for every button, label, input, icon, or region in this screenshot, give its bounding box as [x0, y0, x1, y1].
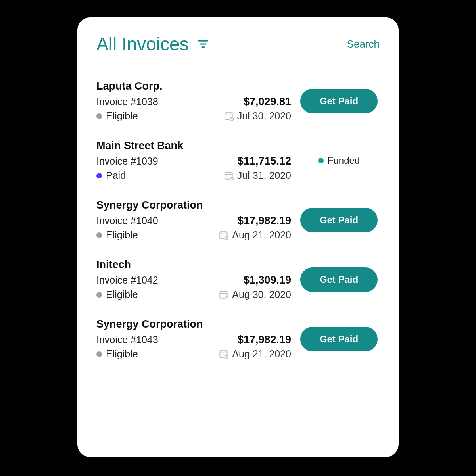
- invoice-amount: $17,982.19: [238, 215, 291, 227]
- invoice-status-date: EligibleAug 21, 2020: [96, 229, 291, 241]
- invoice-status-date: EligibleAug 21, 2020: [96, 348, 291, 360]
- invoice-info: Laputa Corp.Invoice #1038$7,029.81Eligib…: [96, 80, 291, 122]
- invoice-action: Funded: [298, 155, 380, 166]
- calendar-icon: [219, 230, 229, 240]
- status-badge: Eligible: [96, 348, 138, 360]
- date-text: Jul 30, 2020: [237, 110, 291, 122]
- invoice-info: Synergy CorporationInvoice #1040$17,982.…: [96, 199, 291, 241]
- date-text: Jul 31, 2020: [237, 170, 291, 181]
- invoice-row: Synergy CorporationInvoice #1043$17,982.…: [96, 309, 380, 369]
- due-date: Jul 30, 2020: [224, 110, 291, 122]
- calendar-icon: [224, 111, 234, 121]
- invoice-row: Main Street BankInvoice #1039$11,715.12P…: [96, 131, 380, 190]
- company-name: Synergy Corporation: [96, 318, 291, 330]
- status-text: Eligible: [106, 110, 138, 122]
- calendar-icon: [219, 349, 229, 359]
- status-dot-icon: [96, 173, 102, 178]
- company-name: Main Street Bank: [96, 140, 291, 152]
- get-paid-button[interactable]: Get Paid: [300, 89, 378, 113]
- status-dot-icon: [96, 232, 102, 238]
- invoice-info: Main Street BankInvoice #1039$11,715.12P…: [96, 140, 291, 181]
- company-name: Initech: [96, 259, 291, 271]
- header: All Invoices Search: [96, 33, 380, 55]
- invoice-info: InitechInvoice #1042$1,309.19EligibleAug…: [96, 259, 291, 300]
- invoice-number-amount: Invoice #1040$17,982.19: [96, 215, 291, 227]
- invoice-number: Invoice #1040: [96, 215, 158, 226]
- invoice-amount: $7,029.81: [244, 96, 291, 108]
- invoice-action: Get Paid: [298, 267, 380, 292]
- invoice-number: Invoice #1042: [96, 274, 158, 286]
- company-name: Laputa Corp.: [96, 80, 291, 92]
- get-paid-button[interactable]: Get Paid: [300, 327, 378, 351]
- funded-dot-icon: [318, 158, 324, 163]
- invoice-number-amount: Invoice #1039$11,715.12: [96, 155, 291, 167]
- calendar-icon: [224, 171, 234, 181]
- status-badge: Eligible: [96, 289, 138, 300]
- invoice-status-date: EligibleAug 30, 2020: [96, 289, 291, 300]
- status-dot-icon: [96, 351, 102, 357]
- invoices-card: All Invoices Search Laputa Corp.Invoice …: [77, 17, 399, 457]
- status-text: Eligible: [106, 229, 138, 241]
- invoice-number: Invoice #1039: [96, 155, 158, 167]
- invoice-info: Synergy CorporationInvoice #1043$17,982.…: [96, 318, 291, 360]
- invoice-amount: $1,309.19: [244, 274, 291, 286]
- invoice-action: Get Paid: [298, 89, 380, 113]
- due-date: Aug 30, 2020: [219, 289, 291, 300]
- invoice-row: Synergy CorporationInvoice #1040$17,982.…: [96, 190, 380, 250]
- status-badge: Eligible: [96, 229, 138, 241]
- status-badge: Eligible: [96, 110, 138, 122]
- due-date: Aug 21, 2020: [219, 229, 291, 241]
- status-dot-icon: [96, 113, 102, 119]
- due-date: Aug 21, 2020: [219, 348, 291, 360]
- date-text: Aug 21, 2020: [232, 229, 291, 241]
- status-text: Paid: [106, 170, 126, 181]
- get-paid-button[interactable]: Get Paid: [300, 267, 378, 292]
- status-badge: Paid: [96, 170, 126, 181]
- status-text: Eligible: [106, 289, 138, 300]
- status-dot-icon: [96, 292, 102, 298]
- search-link[interactable]: Search: [347, 38, 380, 50]
- status-text: Eligible: [106, 348, 138, 360]
- invoice-number: Invoice #1038: [96, 96, 158, 107]
- invoice-number: Invoice #1043: [96, 334, 158, 345]
- invoice-status-date: PaidJul 31, 2020: [96, 170, 291, 181]
- calendar-icon: [219, 290, 229, 300]
- due-date: Jul 31, 2020: [224, 170, 291, 181]
- page-title: All Invoices: [96, 33, 189, 55]
- date-text: Aug 21, 2020: [232, 348, 291, 360]
- invoice-number-amount: Invoice #1042$1,309.19: [96, 274, 291, 286]
- funded-text: Funded: [328, 155, 360, 166]
- invoice-amount: $11,715.12: [238, 155, 291, 167]
- invoice-action: Get Paid: [298, 208, 380, 232]
- invoice-row: InitechInvoice #1042$1,309.19EligibleAug…: [96, 250, 380, 309]
- filter-icon[interactable]: [198, 39, 209, 49]
- funded-indicator: Funded: [318, 155, 360, 166]
- invoice-amount: $17,982.19: [238, 334, 291, 346]
- date-text: Aug 30, 2020: [232, 289, 291, 300]
- get-paid-button[interactable]: Get Paid: [300, 208, 378, 232]
- invoice-number-amount: Invoice #1043$17,982.19: [96, 334, 291, 346]
- invoice-list: Laputa Corp.Invoice #1038$7,029.81Eligib…: [96, 71, 380, 369]
- invoice-status-date: EligibleJul 30, 2020: [96, 110, 291, 122]
- company-name: Synergy Corporation: [96, 199, 291, 211]
- invoice-row: Laputa Corp.Invoice #1038$7,029.81Eligib…: [96, 71, 380, 131]
- invoice-action: Get Paid: [298, 327, 380, 351]
- invoice-number-amount: Invoice #1038$7,029.81: [96, 96, 291, 108]
- header-left: All Invoices: [96, 33, 209, 55]
